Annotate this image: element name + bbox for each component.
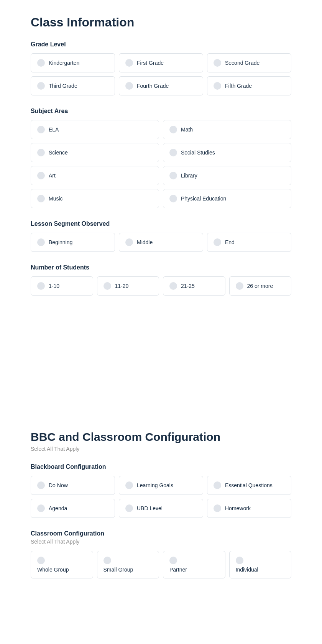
- grade-third[interactable]: Third Grade: [31, 76, 115, 95]
- cc-individual[interactable]: Individual: [229, 551, 292, 578]
- students-11-20-label: 11-20: [115, 283, 129, 289]
- bb-ubd-level[interactable]: UBD Level: [119, 499, 203, 518]
- radio-circle: [125, 59, 133, 67]
- classroom-config-group: Classroom Configuration Select All That …: [31, 530, 291, 578]
- radio-circle: [214, 59, 221, 67]
- number-of-students-options: 1-10 11-20 21-25 26 or more: [31, 276, 291, 296]
- subject-ela-label: ELA: [49, 127, 59, 133]
- lesson-end-label: End: [225, 239, 235, 245]
- subject-science-label: Science: [49, 150, 68, 156]
- bb-homework-label: Homework: [225, 505, 251, 511]
- radio-circle: [37, 238, 45, 246]
- radio-circle: [37, 172, 45, 179]
- subject-music[interactable]: Music: [31, 189, 159, 208]
- subject-art-label: Art: [49, 172, 56, 179]
- grade-second[interactable]: Second Grade: [207, 53, 291, 72]
- subject-pe[interactable]: Physical Education: [163, 189, 291, 208]
- radio-circle: [104, 557, 111, 564]
- bb-do-now-label: Do Now: [49, 482, 68, 488]
- lesson-beginning[interactable]: Beginning: [31, 233, 115, 252]
- students-1-10-label: 1-10: [49, 283, 59, 289]
- page2-title: BBC and Classroom Configuration: [31, 430, 291, 444]
- cc-partner[interactable]: Partner: [163, 551, 225, 578]
- subject-area-label: Subject Area: [31, 108, 291, 115]
- grade-fourth[interactable]: Fourth Grade: [119, 76, 203, 95]
- radio-circle: [214, 238, 221, 246]
- grade-fifth[interactable]: Fifth Grade: [207, 76, 291, 95]
- radio-circle: [125, 504, 133, 512]
- grade-level-options: Kindergarten First Grade Second Grade Th…: [31, 53, 291, 95]
- bb-learning-goals-label: Learning Goals: [137, 482, 173, 488]
- subject-area-group: Subject Area ELA Math Science Social Stu…: [31, 108, 291, 208]
- cc-whole-group-label: Whole Group: [37, 567, 69, 573]
- radio-circle: [125, 481, 133, 489]
- lesson-beginning-label: Beginning: [49, 239, 72, 245]
- students-21-25-label: 21-25: [181, 283, 195, 289]
- subject-ela[interactable]: ELA: [31, 120, 159, 139]
- grade-fifth-label: Fifth Grade: [225, 83, 252, 89]
- subject-art[interactable]: Art: [31, 166, 159, 185]
- radio-circle: [236, 282, 243, 290]
- bb-essential-questions[interactable]: Essential Questions: [207, 476, 291, 495]
- radio-circle: [169, 557, 177, 564]
- cc-small-group[interactable]: Small Group: [97, 551, 159, 578]
- cc-small-group-label: Small Group: [104, 567, 133, 573]
- class-information-section: Class Information Grade Level Kindergart…: [0, 0, 322, 323]
- grade-kindergarten[interactable]: Kindergarten: [31, 53, 115, 72]
- blackboard-config-group: Blackboard Configuration Do Now Learning…: [31, 463, 291, 518]
- radio-circle: [37, 557, 45, 564]
- radio-circle: [37, 126, 45, 133]
- subject-math[interactable]: Math: [163, 120, 291, 139]
- students-21-25[interactable]: 21-25: [163, 276, 225, 296]
- grade-kindergarten-label: Kindergarten: [49, 60, 79, 66]
- bbc-configuration-section: BBC and Classroom Configuration Select A…: [0, 415, 322, 606]
- grade-level-label: Grade Level: [31, 41, 291, 48]
- subject-social-studies[interactable]: Social Studies: [163, 143, 291, 162]
- lesson-middle-label: Middle: [137, 239, 153, 245]
- radio-circle: [37, 282, 45, 290]
- lesson-middle[interactable]: Middle: [119, 233, 203, 252]
- bb-agenda-label: Agenda: [49, 505, 67, 511]
- bb-agenda[interactable]: Agenda: [31, 499, 115, 518]
- cc-partner-label: Partner: [169, 567, 187, 573]
- subject-area-options: ELA Math Science Social Studies Art Libr…: [31, 120, 291, 208]
- subject-library-label: Library: [181, 172, 197, 179]
- number-of-students-label: Number of Students: [31, 264, 291, 271]
- radio-circle: [37, 195, 45, 202]
- lesson-end[interactable]: End: [207, 233, 291, 252]
- lesson-segment-group: Lesson Segment Observed Beginning Middle…: [31, 220, 291, 252]
- page1-title: Class Information: [31, 15, 291, 30]
- grade-third-label: Third Grade: [49, 83, 77, 89]
- subject-social-studies-label: Social Studies: [181, 150, 215, 156]
- radio-circle: [169, 195, 177, 202]
- bb-homework[interactable]: Homework: [207, 499, 291, 518]
- cc-individual-label: Individual: [236, 567, 258, 573]
- bb-ubd-level-label: UBD Level: [137, 505, 163, 511]
- blackboard-config-label: Blackboard Configuration: [31, 463, 291, 470]
- radio-circle: [169, 172, 177, 179]
- bb-learning-goals[interactable]: Learning Goals: [119, 476, 203, 495]
- blackboard-config-options: Do Now Learning Goals Essential Question…: [31, 476, 291, 518]
- subject-library[interactable]: Library: [163, 166, 291, 185]
- bb-do-now[interactable]: Do Now: [31, 476, 115, 495]
- bb-essential-questions-label: Essential Questions: [225, 482, 273, 488]
- classroom-config-label: Classroom Configuration: [31, 530, 291, 537]
- cc-whole-group[interactable]: Whole Group: [31, 551, 93, 578]
- lesson-segment-options: Beginning Middle End: [31, 233, 291, 252]
- grade-fourth-label: Fourth Grade: [137, 83, 169, 89]
- subject-music-label: Music: [49, 196, 63, 202]
- radio-circle: [125, 82, 133, 90]
- radio-circle: [214, 504, 221, 512]
- radio-circle: [214, 481, 221, 489]
- students-26-more[interactable]: 26 or more: [229, 276, 292, 296]
- spacer: [0, 323, 322, 415]
- radio-circle: [37, 59, 45, 67]
- subject-science[interactable]: Science: [31, 143, 159, 162]
- radio-circle: [37, 82, 45, 90]
- radio-circle: [169, 126, 177, 133]
- lesson-segment-label: Lesson Segment Observed: [31, 220, 291, 227]
- radio-circle: [169, 282, 177, 290]
- grade-first[interactable]: First Grade: [119, 53, 203, 72]
- students-11-20[interactable]: 11-20: [97, 276, 159, 296]
- students-1-10[interactable]: 1-10: [31, 276, 93, 296]
